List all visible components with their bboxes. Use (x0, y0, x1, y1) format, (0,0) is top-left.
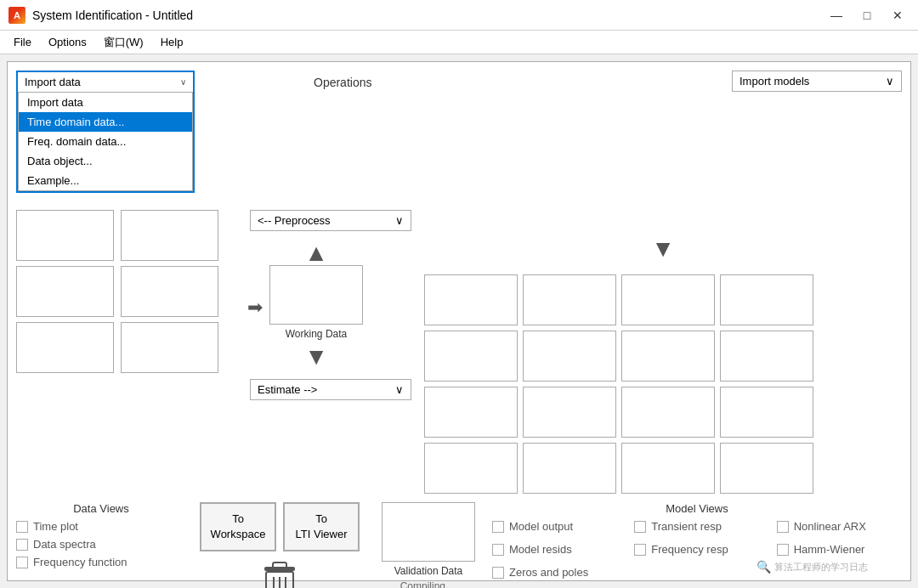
model-views-title: Model Views (492, 502, 902, 515)
left-panel (16, 201, 237, 494)
nonlinear-arx-row: Nonlinear ARX (777, 520, 902, 533)
model-output-label: Model output (509, 520, 573, 533)
import-data-label: Import data (25, 76, 81, 88)
trash-container: Trash (258, 558, 302, 588)
freq-resp-checkbox[interactable] (634, 544, 646, 556)
model-row-3 (424, 387, 902, 438)
transient-resp-row: Transient resp (634, 520, 759, 533)
time-plot-label: Time plot (33, 520, 78, 533)
option-example[interactable]: Example... (19, 171, 192, 190)
menu-help[interactable]: Help (152, 33, 192, 51)
freq-function-checkbox[interactable] (16, 557, 28, 568)
data-slot-row-3 (16, 322, 237, 373)
model-row-1 (424, 274, 902, 325)
option-data-object[interactable]: Data object... (19, 151, 192, 171)
data-slot-row-2 (16, 266, 237, 317)
compiling-label: Compiling ... (400, 580, 457, 588)
data-views-title: Data Views (16, 502, 186, 515)
model-row-2 (424, 331, 902, 382)
app-icon: A (8, 7, 26, 24)
window-title: System Identification - Untitled (32, 8, 824, 22)
menu-window[interactable]: 窗口(W) (95, 32, 152, 53)
dropdown-header[interactable]: Import data ∨ (18, 72, 193, 93)
data-spectra-label: Data spectra (33, 538, 96, 551)
model-output-row: Model output (492, 520, 617, 533)
model-slot-13 (424, 443, 518, 494)
trash-icon (258, 558, 302, 588)
model-slot-15 (621, 443, 715, 494)
model-resids-row: Model resids (492, 543, 617, 556)
arrow-down-icon: ▼ (304, 343, 328, 370)
center-panel: <-- Preprocess ∨ ➡ ▲ Working Data ▼ Esti… (237, 201, 424, 494)
title-bar: A System Identification - Untitled — □ ✕ (0, 0, 918, 31)
import-models-arrow: ∨ (886, 75, 894, 88)
nonlinear-arx-checkbox[interactable] (777, 521, 789, 533)
dropdown-arrow: ∨ (180, 77, 186, 87)
model-slot-3 (621, 274, 715, 325)
right-panel: ▼ (424, 201, 902, 494)
arrow-up-icon: ▲ (304, 241, 328, 265)
model-resids-checkbox[interactable] (492, 544, 504, 556)
validation-data-label: Validation Data (394, 565, 463, 577)
data-spectra-checkbox[interactable] (16, 539, 28, 551)
menu-options[interactable]: Options (40, 33, 95, 51)
import-models-area: Import models ∨ (732, 71, 902, 92)
estimate-dropdown[interactable]: Estimate --> ∨ (250, 379, 411, 400)
option-import-data[interactable]: Import data (19, 93, 192, 112)
dropdown-menu: Import data Time domain data... Freq. do… (18, 93, 193, 191)
data-slot-4 (121, 266, 218, 317)
model-slot-8 (720, 331, 813, 382)
operations-label: Operations (314, 76, 371, 89)
option-time-domain[interactable]: Time domain data... (19, 112, 192, 132)
watermark: 🔍 算法工程师的学习日志 (756, 560, 868, 574)
model-slot-2 (523, 274, 616, 325)
freq-resp-row: Frequency resp (634, 543, 759, 556)
menu-file[interactable]: File (5, 33, 40, 51)
data-slot-2 (121, 210, 218, 261)
model-row-4 (424, 443, 902, 494)
import-data-dropdown-container: Import data ∨ Import data Time domain da… (16, 71, 195, 193)
close-button[interactable]: ✕ (886, 6, 910, 25)
freq-resp-label: Frequency resp (651, 543, 728, 556)
zeros-poles-label: Zeros and poles (509, 566, 588, 579)
model-slot-14 (523, 443, 616, 494)
menu-bar: File Options 窗口(W) Help (0, 31, 918, 54)
preprocess-dropdown[interactable]: <-- Preprocess ∨ (250, 210, 411, 231)
import-data-dropdown[interactable]: Import data ∨ Import data Time domain da… (16, 71, 195, 193)
time-plot-row: Time plot (16, 520, 186, 533)
arrow-right-icon: ➡ (247, 297, 263, 319)
to-lti-viewer-button[interactable]: To LTI Viewer (283, 502, 360, 551)
validation-data-box (382, 502, 475, 562)
model-views-grid: Model output Transient resp Nonlinear AR… (492, 520, 902, 588)
center-bottom: To Workspace To LTI Viewer (186, 502, 373, 588)
window-controls: — □ ✕ (824, 6, 910, 25)
transient-resp-label: Transient resp (651, 520, 722, 533)
model-slot-6 (523, 331, 616, 382)
model-views: Model Views Model output Transient resp … (492, 502, 902, 588)
time-plot-checkbox[interactable] (16, 521, 28, 533)
option-freq-domain[interactable]: Freq. domain data... (19, 132, 192, 151)
model-output-checkbox[interactable] (492, 521, 504, 533)
to-workspace-button[interactable]: To Workspace (200, 502, 276, 551)
preprocess-label: <-- Preprocess (258, 214, 331, 227)
top-row: Import data ∨ Import data Time domain da… (16, 71, 902, 193)
hamm-wiener-checkbox[interactable] (777, 544, 789, 556)
model-slot-16 (720, 443, 813, 494)
zeros-poles-checkbox[interactable] (492, 567, 504, 579)
estimate-label: Estimate --> (258, 383, 317, 396)
maximize-button[interactable]: □ (855, 6, 879, 25)
model-slot-7 (621, 331, 715, 382)
data-slot-5 (16, 322, 114, 373)
transient-resp-checkbox[interactable] (634, 521, 646, 533)
model-resids-label: Model resids (509, 543, 572, 556)
import-models-dropdown[interactable]: Import models ∨ (732, 71, 902, 92)
model-slot-11 (621, 387, 715, 438)
freq-function-label: Frequency function (33, 556, 128, 568)
data-slot-1 (16, 210, 114, 261)
middle-section: <-- Preprocess ∨ ➡ ▲ Working Data ▼ Esti… (16, 201, 902, 494)
model-slot-1 (424, 274, 518, 325)
minimize-button[interactable]: — (824, 6, 848, 25)
data-spectra-row: Data spectra (16, 538, 186, 551)
estimate-arrow: ∨ (395, 383, 404, 396)
data-slot-row-1 (16, 210, 237, 261)
